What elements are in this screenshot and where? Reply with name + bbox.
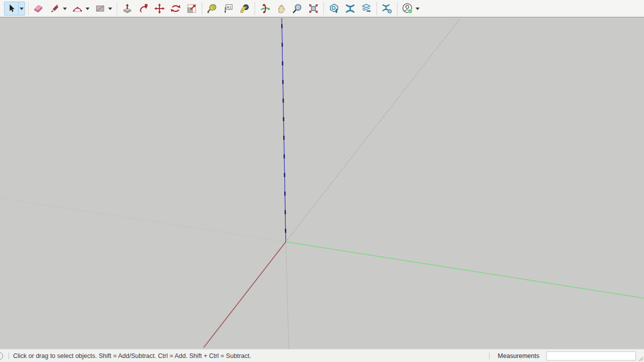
scale-tool-button[interactable] — [184, 2, 199, 16]
follow-me-tool-button[interactable] — [136, 2, 150, 16]
account-dropdown[interactable] — [414, 2, 421, 16]
help-circle-icon[interactable] — [0, 351, 5, 361]
green-axis-negative-dotted — [0, 198, 286, 242]
scale-icon — [186, 3, 197, 14]
status-hint-text: Click or drag to select objects. Shift =… — [13, 352, 251, 359]
extension-warehouse-icon — [345, 3, 356, 14]
account-button[interactable] — [400, 2, 415, 16]
send-to-layout-icon — [361, 3, 372, 14]
extension-manager-icon — [381, 3, 392, 14]
statusbar-separator — [489, 352, 490, 359]
select-tool-dropdown[interactable] — [18, 2, 25, 16]
pan-tool-button[interactable] — [274, 2, 288, 16]
move-icon — [154, 3, 165, 14]
rotate-tool-button[interactable] — [168, 2, 183, 16]
text-tool-glyph: A1 — [226, 5, 231, 10]
tape-measure-icon — [207, 3, 218, 14]
push-pull-tool-button[interactable] — [120, 2, 134, 16]
toolbar-separator — [117, 2, 117, 15]
toolbar-separator — [324, 2, 324, 15]
orbit-tool-button[interactable] — [258, 2, 272, 16]
follow-me-icon — [138, 3, 149, 14]
rotate-icon — [170, 3, 181, 14]
modeling-viewport[interactable] — [0, 18, 644, 349]
red-axis-negative-dotted — [286, 18, 460, 242]
statusbar-separator — [9, 352, 9, 359]
push-pull-icon — [122, 3, 133, 14]
zoom-extents-button[interactable] — [306, 2, 320, 16]
status-bar: Click or drag to select objects. Shift =… — [0, 349, 644, 362]
chevron-down-icon — [416, 8, 420, 10]
rectangle-tool-dropdown[interactable] — [107, 2, 114, 16]
send-to-layout-button[interactable] — [359, 2, 373, 16]
blue-axis-solid — [282, 18, 286, 242]
zoom-extents-icon — [308, 3, 319, 14]
zoom-magnifier-icon — [292, 3, 303, 14]
select-tool-button[interactable] — [4, 2, 19, 16]
resize-grip[interactable] — [637, 355, 643, 361]
select-arrow-icon — [6, 3, 17, 14]
pan-hand-icon — [276, 3, 287, 14]
chevron-down-icon — [63, 8, 67, 10]
eraser-icon — [33, 3, 44, 14]
paint-bucket-icon — [239, 3, 250, 14]
arc-tool-dropdown[interactable] — [84, 2, 91, 16]
arc-icon — [72, 3, 83, 14]
tape-measure-tool-button[interactable] — [205, 2, 219, 16]
pencil-icon — [49, 3, 60, 14]
chevron-down-icon — [86, 8, 90, 10]
drawing-axes — [0, 18, 644, 349]
extension-warehouse-button[interactable] — [343, 2, 357, 16]
eraser-tool-button[interactable] — [31, 2, 46, 16]
3d-warehouse-button[interactable] — [327, 2, 341, 16]
toolbar-separator — [202, 2, 202, 15]
green-axis-solid — [286, 242, 644, 298]
red-axis-solid — [204, 242, 286, 347]
blue-axis-negative-dotted — [286, 242, 289, 349]
toolbar-separator — [397, 2, 397, 15]
move-tool-button[interactable] — [152, 2, 167, 16]
toolbar-separator — [376, 2, 377, 15]
line-tool-dropdown[interactable] — [61, 2, 68, 16]
arc-tool-button[interactable] — [70, 2, 85, 16]
main-toolbar: A1 — [0, 0, 644, 18]
measurements-label: Measurements — [498, 352, 539, 359]
paint-bucket-tool-button[interactable] — [237, 2, 252, 16]
chevron-down-icon — [20, 8, 24, 10]
chevron-down-icon — [108, 8, 112, 10]
zoom-tool-button[interactable] — [290, 2, 304, 16]
text-icon: A1 — [223, 3, 234, 14]
rectangle-tool-button[interactable] — [93, 2, 107, 16]
line-tool-button[interactable] — [47, 2, 62, 16]
3d-warehouse-icon — [329, 3, 340, 14]
measurements-input[interactable] — [546, 351, 636, 360]
orbit-icon — [260, 3, 271, 14]
toolbar-separator — [255, 2, 255, 15]
rectangle-icon — [95, 3, 106, 14]
extension-manager-button[interactable] — [379, 2, 394, 16]
toolbar-separator — [28, 2, 29, 15]
text-tool-button[interactable]: A1 — [221, 2, 235, 16]
account-avatar-icon — [401, 3, 414, 15]
